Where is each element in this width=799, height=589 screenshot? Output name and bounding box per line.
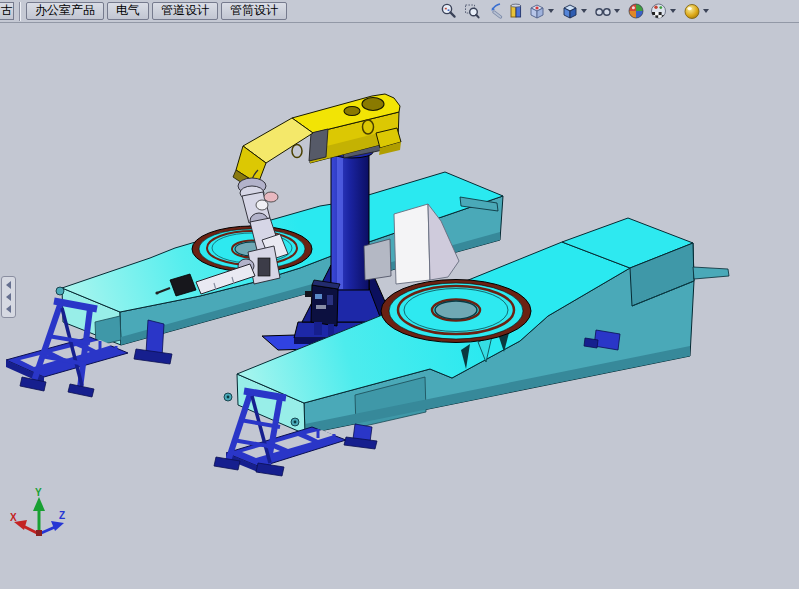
front-beam-right-flange[interactable] <box>693 267 729 279</box>
hide-show-items-icon <box>594 2 612 20</box>
boom-side-hole[interactable] <box>292 145 302 158</box>
front-ring-center-hole[interactable] <box>435 301 477 319</box>
tab-partial[interactable]: 古 <box>0 2 14 20</box>
tab-piping[interactable]: 管道设计 <box>152 2 218 20</box>
wrist-pink-part <box>264 192 278 202</box>
zoom-to-fit-icon <box>440 2 458 20</box>
flyout-arrow-icon <box>6 305 11 313</box>
hide-show-items-dropdown-caret[interactable] <box>614 9 620 13</box>
apply-scene-dropdown-caret[interactable] <box>670 9 676 13</box>
tab-divider <box>19 2 21 21</box>
orientation-triad: X Y Z <box>10 487 65 536</box>
view-settings-dropdown-caret[interactable] <box>703 9 709 13</box>
command-toolbar: 古 办公室产品 电气 管道设计 管筒设计 <box>0 0 799 23</box>
previous-view-button[interactable] <box>484 1 505 21</box>
boom-top-hole[interactable] <box>344 107 360 116</box>
view-settings-icon <box>683 2 701 20</box>
flyout-arrow-icon <box>6 281 11 289</box>
tab-electrical[interactable]: 电气 <box>107 2 149 20</box>
z-axis-label: Z <box>59 510 65 521</box>
heads-up-view-toolbar <box>438 1 714 21</box>
fixture-left-face[interactable] <box>394 204 430 284</box>
view-settings-button[interactable] <box>681 1 702 21</box>
edit-appearance-icon <box>627 2 645 20</box>
edit-appearance-button[interactable] <box>625 1 646 21</box>
zoom-to-area-icon <box>463 2 481 20</box>
apply-scene-icon <box>650 2 668 20</box>
display-style-icon <box>561 2 579 20</box>
apply-scene-button[interactable] <box>648 1 669 21</box>
fixture-wedge[interactable] <box>364 239 391 280</box>
section-view-icon <box>507 2 525 20</box>
feature-panel-flyout-button[interactable] <box>1 276 16 318</box>
zoom-to-fit-button[interactable] <box>438 1 459 21</box>
view-orientation-button[interactable] <box>526 1 547 21</box>
x-axis-label: X <box>10 512 17 523</box>
command-tabs: 古 办公室产品 电气 管道设计 管筒设计 <box>0 1 287 21</box>
section-view-button[interactable] <box>505 1 526 21</box>
column-shaft[interactable] <box>331 152 369 290</box>
display-style-button[interactable] <box>559 1 580 21</box>
display-style-dropdown-caret[interactable] <box>581 9 587 13</box>
y-axis-arrow <box>33 497 45 511</box>
hide-show-items-button[interactable] <box>592 1 613 21</box>
tab-tubing[interactable]: 管筒设计 <box>221 2 287 20</box>
front-trestle-foot[interactable] <box>256 463 284 476</box>
rear-trestle-foot[interactable] <box>68 384 94 397</box>
front-mid-support-bracket[interactable] <box>344 424 377 449</box>
view-orientation-icon <box>528 2 546 20</box>
zoom-to-area-button[interactable] <box>461 1 482 21</box>
rear-beam-lug[interactable] <box>56 287 64 295</box>
flyout-arrow-icon <box>6 293 11 301</box>
3d-viewport[interactable]: X Y Z <box>0 22 799 589</box>
y-axis-label: Y <box>35 487 42 498</box>
view-orientation-dropdown-caret[interactable] <box>548 9 554 13</box>
boom-top-hole[interactable] <box>362 98 384 111</box>
previous-view-icon <box>486 2 504 20</box>
front-turntable-ring[interactable] <box>381 280 531 343</box>
tab-office-products[interactable]: 办公室产品 <box>26 2 104 20</box>
